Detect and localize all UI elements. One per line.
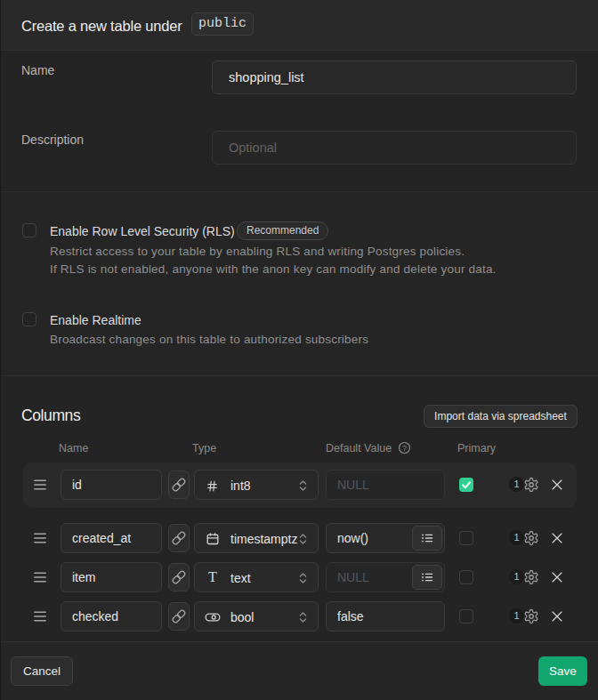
svg-text:?: ?: [402, 444, 407, 453]
